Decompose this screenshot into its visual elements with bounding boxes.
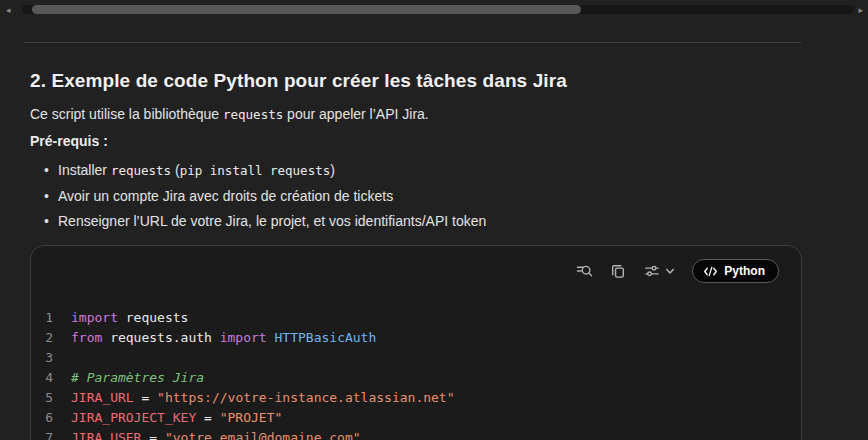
- code-line: 1import requests: [31, 308, 787, 328]
- code-line-content: # Paramètres Jira: [71, 368, 787, 388]
- code-token: =: [134, 390, 157, 405]
- bullet-text: Installer: [58, 162, 111, 178]
- code-line: 4# Paramètres Jira: [31, 368, 787, 388]
- code-token: =: [196, 410, 219, 425]
- list-item: Installer requests (pip install requests…: [58, 161, 802, 180]
- chevron-down-icon: [664, 265, 676, 277]
- bullet-text: ): [330, 162, 335, 178]
- code-line: 6JIRA_PROJECT_KEY = "PROJET": [31, 408, 787, 428]
- line-number: 3: [31, 348, 71, 368]
- scroll-left-arrow[interactable]: ◂: [6, 4, 11, 16]
- code-token: "votre.email@domaine.com": [165, 430, 361, 440]
- code-token: requests: [118, 310, 188, 325]
- line-number: 6: [31, 408, 71, 428]
- section-heading: 2. Exemple de code Python pour créer les…: [30, 70, 802, 92]
- line-number: 1: [31, 308, 71, 328]
- line-number: 7: [31, 428, 71, 440]
- inline-code: requests: [223, 107, 283, 122]
- code-token: JIRA_USER: [71, 430, 141, 440]
- code-token: HTTPBasicAuth: [267, 330, 377, 345]
- code-line: 3: [31, 348, 787, 368]
- line-number: 4: [31, 368, 71, 388]
- intro-text-suffix: pour appeler l’API Jira.: [283, 106, 429, 122]
- code-line-content: JIRA_USER = "votre.email@domaine.com": [71, 428, 787, 440]
- code-lines[interactable]: 1import requests2from requests.auth impo…: [31, 308, 787, 440]
- inline-code: requests: [111, 163, 171, 178]
- language-pill[interactable]: Python: [692, 259, 779, 283]
- code-line-content: from requests.auth import HTTPBasicAuth: [71, 328, 787, 348]
- code-icon: [703, 265, 718, 278]
- code-token: =: [141, 430, 164, 440]
- bullet-text: (: [171, 162, 180, 178]
- code-line-content: [71, 348, 787, 368]
- code-token: from: [71, 330, 102, 345]
- message-content: 2. Exemple de code Python pour créer les…: [30, 62, 802, 440]
- code-token: "https://votre-instance.atlassian.net": [157, 390, 454, 405]
- bullet-text: Renseigner l’URL de votre Jira, le proje…: [58, 213, 486, 229]
- line-number: 5: [31, 388, 71, 408]
- code-line: 7JIRA_USER = "votre.email@domaine.com": [31, 428, 787, 440]
- search-code-icon[interactable]: [575, 262, 593, 280]
- scrollbar-track[interactable]: [22, 5, 854, 14]
- inline-code: pip install requests: [180, 163, 331, 178]
- prereq-list: Installer requests (pip install requests…: [30, 161, 802, 230]
- code-token: import: [220, 330, 267, 345]
- intro-paragraph: Ce script utilise la bibliothèque reques…: [30, 105, 802, 124]
- horizontal-scrollbar[interactable]: ◂ ▸: [0, 4, 868, 16]
- code-line: 2from requests.auth import HTTPBasicAuth: [31, 328, 787, 348]
- code-token: import: [71, 310, 118, 325]
- code-line-content: JIRA_URL = "https://votre-instance.atlas…: [71, 388, 787, 408]
- code-line-content: import requests: [71, 308, 787, 328]
- code-line: 5JIRA_URL = "https://votre-instance.atla…: [31, 388, 787, 408]
- code-token: "PROJET": [220, 410, 283, 425]
- app-background: { "colors": { "page_bg": "#212121", "cod…: [0, 0, 868, 440]
- code-toolbar: Python: [31, 256, 787, 286]
- code-token: JIRA_PROJECT_KEY: [71, 410, 196, 425]
- language-pill-label: Python: [724, 264, 765, 278]
- section-divider: [24, 42, 801, 43]
- line-number: 2: [31, 328, 71, 348]
- code-block: Python 1import requests2from requests.au…: [30, 245, 802, 440]
- prerequis-label: Pré-requis :: [30, 133, 802, 149]
- settings-sliders-icon[interactable]: [643, 262, 661, 280]
- code-token: JIRA_URL: [71, 390, 134, 405]
- scroll-right-arrow[interactable]: ▸: [858, 4, 863, 16]
- code-token: requests.auth: [102, 330, 219, 345]
- code-line-content: JIRA_PROJECT_KEY = "PROJET": [71, 408, 787, 428]
- copy-icon[interactable]: [609, 262, 627, 280]
- list-item: Avoir un compte Jira avec droits de créa…: [58, 187, 802, 205]
- code-token: # Paramètres Jira: [71, 370, 204, 385]
- intro-text-prefix: Ce script utilise la bibliothèque: [30, 106, 223, 122]
- code-settings-control[interactable]: [643, 262, 676, 280]
- scrollbar-thumb[interactable]: [32, 5, 581, 14]
- list-item: Renseigner l’URL de votre Jira, le proje…: [58, 212, 802, 230]
- bullet-text: Avoir un compte Jira avec droits de créa…: [58, 188, 393, 204]
